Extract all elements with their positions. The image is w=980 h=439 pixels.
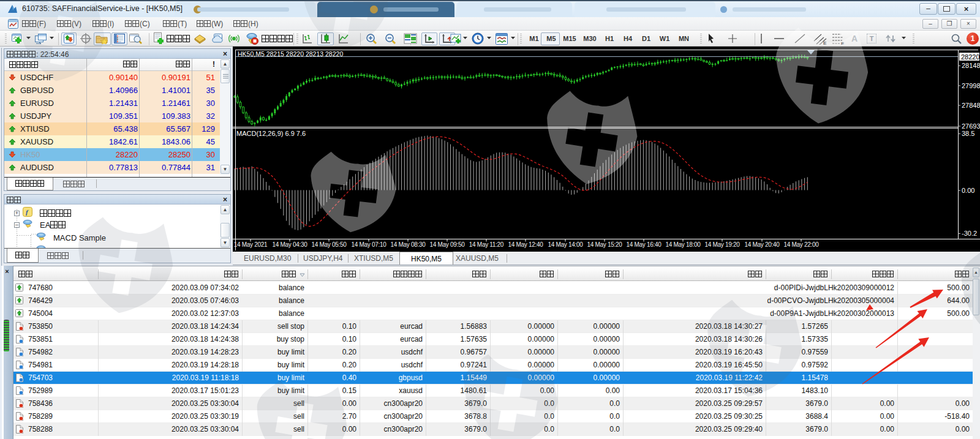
- svg-text:14 May 15:20: 14 May 15:20: [587, 241, 623, 248]
- svg-text:27693: 27693: [962, 122, 980, 130]
- svg-text:14 May 20:40: 14 May 20:40: [745, 241, 780, 248]
- svg-text:14 May 08:30: 14 May 08:30: [391, 241, 426, 248]
- svg-text:38.5: 38.5: [962, 130, 974, 137]
- svg-text:14 May 22:00: 14 May 22:00: [784, 241, 820, 248]
- svg-text:HK50,M5 28215 28220 28213 282: HK50,M5 28215 28220 28213 28220: [238, 50, 343, 58]
- svg-text:14 May 12:40: 14 May 12:40: [508, 241, 544, 248]
- svg-text:28220: 28220: [961, 53, 980, 61]
- svg-text:14 May 18:00: 14 May 18:00: [666, 241, 701, 248]
- svg-text:27998: 27998: [962, 82, 980, 89]
- svg-text:14 May 11:20: 14 May 11:20: [469, 241, 504, 248]
- svg-text:14 May 16:40: 14 May 16:40: [627, 241, 662, 248]
- svg-text:27848: 27848: [962, 102, 980, 109]
- svg-text:14 May 09:50: 14 May 09:50: [430, 241, 466, 248]
- svg-text:14 May 04:30: 14 May 04:30: [273, 241, 308, 248]
- svg-text:0.00: 0.00: [962, 187, 974, 194]
- svg-text:14 May 2021: 14 May 2021: [234, 241, 268, 248]
- svg-text:E: E: [823, 40, 827, 45]
- svg-text:MACD(12,26,9) 6.9 7.6: MACD(12,26,9) 6.9 7.6: [236, 130, 306, 137]
- svg-text:F: F: [841, 41, 844, 45]
- svg-text:28148: 28148: [962, 62, 980, 69]
- svg-text:14 May 07:10: 14 May 07:10: [352, 241, 387, 248]
- svg-text:14 May 19:20: 14 May 19:20: [705, 241, 741, 248]
- svg-text:-30.2: -30.2: [962, 230, 977, 237]
- svg-text:14 May 14:00: 14 May 14:00: [548, 241, 584, 248]
- svg-text:14 May 05:50: 14 May 05:50: [312, 241, 347, 248]
